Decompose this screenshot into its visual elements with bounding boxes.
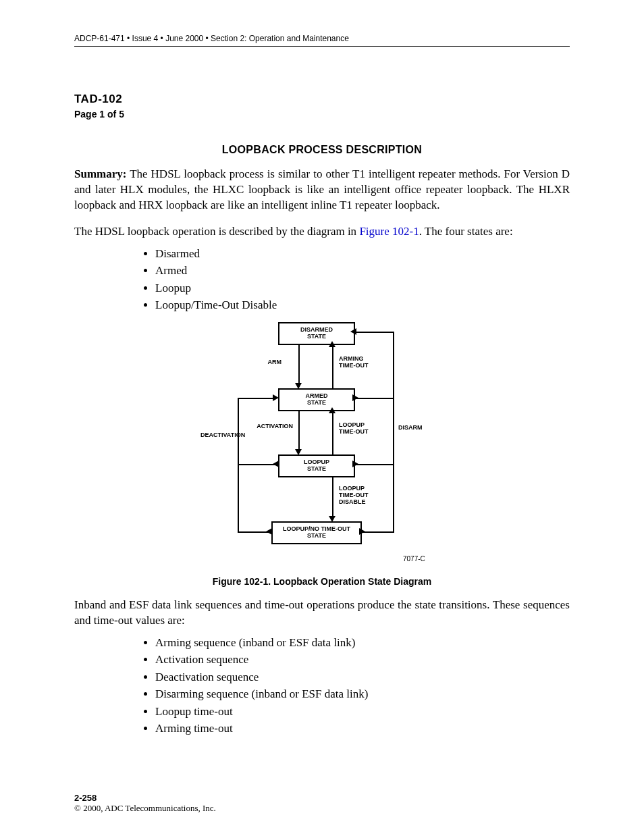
tad-block: TAD-102 Page 1 of 5 <box>74 93 570 120</box>
state-diagram: DISARMEDSTATE ARMEDSTATE LOOPUPSTATE LOO… <box>74 322 570 565</box>
box-armed: ARMEDSTATE <box>278 388 355 411</box>
page-footer: 2-258 © 2000, ADC Telecommunications, In… <box>74 793 216 814</box>
summary-text: The HDSL loopback process is similar to … <box>74 167 570 211</box>
list-item: Loopup/Time-Out Disable <box>155 296 570 314</box>
summary-paragraph: Summary: The HDSL loopback process is si… <box>74 167 570 213</box>
state-list: Disarmed Armed Loopup Loopup/Time-Out Di… <box>155 245 570 314</box>
list-item: Loopup <box>155 280 570 297</box>
label-deactivation: DEACTIVATION <box>200 432 248 439</box>
list-item: Deactivation sequence <box>155 669 570 686</box>
tad-code: TAD-102 <box>74 93 570 106</box>
box-disarmed: DISARMEDSTATE <box>278 322 355 345</box>
box-loopup: LOOPUPSTATE <box>278 454 355 477</box>
diagram-code: 7077-C <box>403 555 425 563</box>
label-loopup-timeout-disable: LOOPUPTIME-OUTDISABLE <box>339 486 379 506</box>
footer-page-number: 2-258 <box>74 793 216 803</box>
label-arming-timeout: ARMINGTIME-OUT <box>339 356 379 369</box>
page-header: ADCP-61-471 • Issue 4 • June 2000 • Sect… <box>74 34 570 47</box>
sequence-list: Arming sequence (inband or ESF data link… <box>155 634 570 737</box>
intro-paragraph: The HDSL loopback operation is described… <box>74 224 570 240</box>
figure-link[interactable]: Figure 102-1 <box>359 225 419 238</box>
footer-copyright: © 2000, ADC Telecommunications, Inc. <box>74 803 216 814</box>
summary-label: Summary: <box>74 167 126 180</box>
section-title: LOOPBACK PROCESS DESCRIPTION <box>74 144 570 156</box>
label-disarm: DISARM <box>398 425 435 432</box>
list-item: Loopup time-out <box>155 703 570 721</box>
label-loopup-timeout: LOOPUPTIME-OUT <box>339 422 379 436</box>
list-item: Disarming sequence (inband or ESF data l… <box>155 685 570 703</box>
intro-post: . The four states are: <box>419 225 513 238</box>
box-notimeout: LOOPUP/NO TIME-OUTSTATE <box>271 521 362 544</box>
list-item: Arming sequence (inband or ESF data link… <box>155 634 570 652</box>
intro-pre: The HDSL loopback operation is described… <box>74 225 359 238</box>
figure-caption: Figure 102-1. Loopback Operation State D… <box>74 576 570 587</box>
tad-page: Page 1 of 5 <box>74 109 570 120</box>
list-item: Armed <box>155 262 570 280</box>
label-arm: ARM <box>248 359 281 366</box>
label-activation: ACTIVATION <box>251 423 293 430</box>
transitions-paragraph: Inband and ESF data link sequences and t… <box>74 598 570 629</box>
list-item: Activation sequence <box>155 651 570 669</box>
list-item: Arming time-out <box>155 720 570 737</box>
list-item: Disarmed <box>155 245 570 263</box>
